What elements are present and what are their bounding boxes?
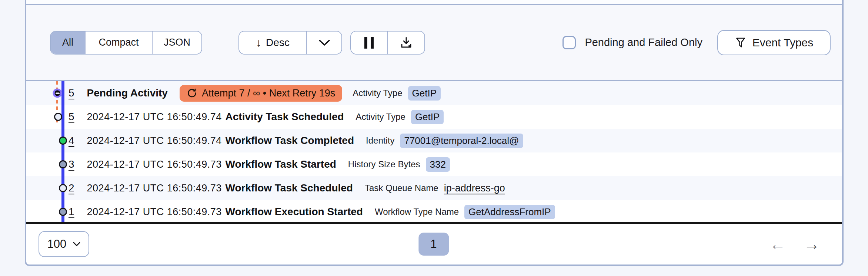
event-marker-slate-icon xyxy=(59,208,67,216)
right-arrow-icon[interactable]: → xyxy=(804,236,820,252)
event-timestamp: 2024-12-17 UTC 16:50:49.73 xyxy=(87,206,226,218)
event-row[interactable]: 12024-12-17 UTC 16:50:49.73Workflow Exec… xyxy=(26,200,842,224)
event-marker-open-icon xyxy=(54,113,62,121)
pending-failed-label: Pending and Failed Only xyxy=(585,36,702,49)
pending-failed-checkbox[interactable] xyxy=(562,36,576,49)
sort-desc-button[interactable]: ↓ Desc xyxy=(239,32,307,54)
event-attribute-value: GetIP xyxy=(408,86,441,101)
sort-options-caret-button[interactable] xyxy=(307,32,341,54)
event-attribute-label: Identity xyxy=(366,135,394,146)
event-row[interactable]: 5Pending ActivityAttempt 7 / ∞ • Next Re… xyxy=(26,81,842,105)
chevron-down-icon xyxy=(73,242,80,247)
left-arrow-icon[interactable]: ← xyxy=(769,236,786,252)
sort-button-group: ↓ Desc xyxy=(238,31,342,55)
event-timestamp: 2024-12-17 UTC 16:50:49.73 xyxy=(87,183,226,194)
event-attribute-label: Activity Type xyxy=(356,112,405,122)
page-size-select[interactable]: 100 xyxy=(39,231,89,257)
event-row[interactable]: 32024-12-17 UTC 16:50:49.73Workflow Task… xyxy=(26,152,842,176)
event-attribute-label: Workflow Type Name xyxy=(375,207,459,217)
event-timestamp: 2024-12-17 UTC 16:50:49.74 xyxy=(87,135,226,147)
view-mode-toggle: AllCompactJSON xyxy=(50,31,202,55)
event-attribute-label: Task Queue Name xyxy=(365,183,438,193)
event-name: Pending Activity xyxy=(87,87,168,99)
timeline-line xyxy=(61,81,64,224)
event-history-panel: AllCompactJSON ↓ Desc xyxy=(25,0,844,266)
event-marker-open-icon xyxy=(59,184,67,192)
event-id-link[interactable]: 1 xyxy=(69,206,74,218)
event-marker-green-icon xyxy=(59,137,67,145)
event-id-link[interactable]: 4 xyxy=(69,135,74,147)
event-attribute-value: 77001@temporal-2.local@ xyxy=(400,134,523,148)
sort-label: Desc xyxy=(266,37,290,49)
event-name: Workflow Task Scheduled xyxy=(226,182,353,194)
view-tab-json[interactable]: JSON xyxy=(153,32,201,54)
view-tab-compact[interactable]: Compact xyxy=(86,32,153,54)
event-name: Workflow Execution Started xyxy=(226,206,363,218)
panel-top-divider xyxy=(26,0,842,5)
pause-button[interactable] xyxy=(351,32,388,54)
pagination-footer: 100 1 ← → xyxy=(26,224,842,264)
download-icon xyxy=(399,36,413,49)
pause-icon xyxy=(364,37,374,49)
event-id-link[interactable]: 5 xyxy=(69,111,74,123)
pending-failed-filter: Pending and Failed Only xyxy=(562,36,702,49)
event-row[interactable]: 42024-12-17 UTC 16:50:49.74Workflow Task… xyxy=(26,129,842,152)
event-attribute-value: GetIP xyxy=(411,110,444,124)
event-id-link[interactable]: 2 xyxy=(69,182,74,194)
event-history-toolbar: AllCompactJSON ↓ Desc xyxy=(26,5,842,81)
event-id-link[interactable]: 3 xyxy=(69,158,74,170)
event-attribute-label: Activity Type xyxy=(353,88,402,98)
event-timestamp: 2024-12-17 UTC 16:50:49.74 xyxy=(87,111,226,123)
event-attribute-value: GetAddressFromIP xyxy=(464,205,555,219)
event-attribute-value[interactable]: ip-address-go xyxy=(444,183,505,194)
event-marker-pending-icon xyxy=(53,89,62,98)
filter-icon xyxy=(735,37,747,49)
event-id-link[interactable]: 5 xyxy=(69,87,74,99)
event-marker-slate-icon xyxy=(59,160,67,168)
event-attribute-value: 332 xyxy=(426,157,450,172)
retry-status-badge: Attempt 7 / ∞ • Next Retry 19s xyxy=(180,85,342,102)
event-history-table: 5Pending ActivityAttempt 7 / ∞ • Next Re… xyxy=(26,81,842,224)
event-row[interactable]: 52024-12-17 UTC 16:50:49.74Activity Task… xyxy=(26,105,842,129)
event-types-button[interactable]: Event Types xyxy=(717,30,831,55)
current-page-button[interactable]: 1 xyxy=(418,233,449,256)
page-size-value: 100 xyxy=(47,237,67,251)
event-name: Workflow Task Completed xyxy=(226,135,354,147)
event-types-label: Event Types xyxy=(752,36,814,49)
event-row[interactable]: 22024-12-17 UTC 16:50:49.73Workflow Task… xyxy=(26,176,842,200)
event-attribute-label: History Size Bytes xyxy=(348,159,420,170)
arrow-down-icon: ↓ xyxy=(256,37,261,48)
event-timestamp: 2024-12-17 UTC 16:50:49.73 xyxy=(87,159,226,170)
download-button[interactable] xyxy=(388,32,424,54)
event-name: Activity Task Scheduled xyxy=(226,111,344,123)
chevron-down-icon xyxy=(318,39,331,46)
event-name: Workflow Task Started xyxy=(226,158,336,170)
view-tab-all[interactable]: All xyxy=(51,32,86,54)
retry-icon xyxy=(187,88,197,99)
playback-button-group xyxy=(350,31,425,55)
retry-text: Attempt 7 / ∞ • Next Retry 19s xyxy=(202,88,335,99)
